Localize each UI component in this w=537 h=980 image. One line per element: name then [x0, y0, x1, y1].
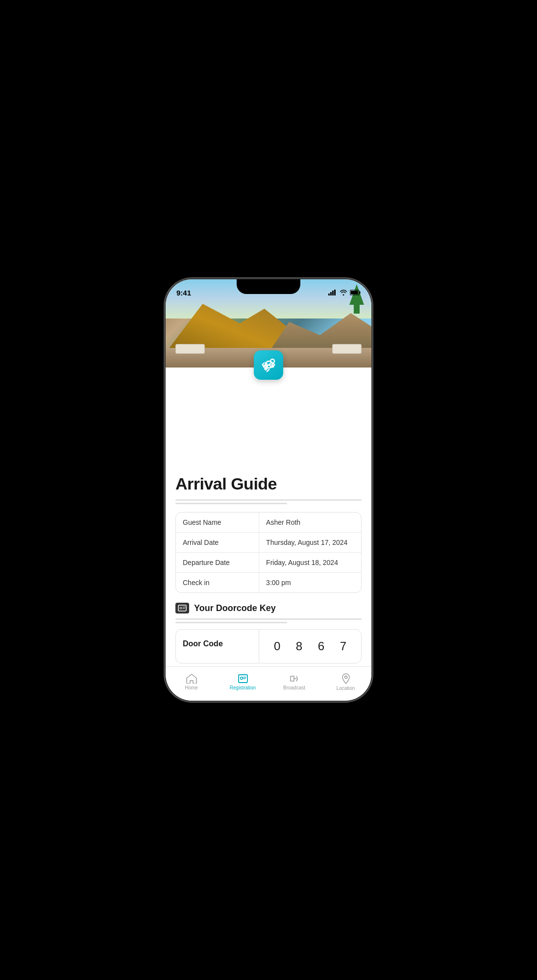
registration-icon [238, 674, 248, 684]
arrival-date-value: Thursday, August 17, 2024 [259, 533, 361, 552]
svg-line-9 [267, 369, 269, 371]
towels-right [332, 344, 362, 354]
app-icon-container [254, 350, 283, 380]
notch [237, 279, 300, 294]
table-row: Check in 3:00 pm [176, 573, 361, 592]
checkin-value: 3:00 pm [259, 573, 361, 592]
doorcode-section-title: Your Doorcode Key [194, 603, 276, 613]
title-divider [166, 499, 371, 504]
svg-point-19 [180, 607, 182, 609]
home-icon [186, 674, 197, 684]
nav-item-registration[interactable]: Registration [217, 674, 268, 690]
location-icon [342, 673, 350, 684]
svg-rect-1 [330, 292, 332, 295]
nav-label-registration: Registration [230, 685, 256, 690]
bottom-nav: Home Registration [166, 666, 371, 701]
nav-label-home: Home [185, 685, 198, 690]
wifi-icon [340, 290, 347, 295]
app-icon [254, 350, 283, 380]
guest-name-label: Guest Name [176, 513, 259, 532]
checkin-label: Check in [176, 573, 259, 592]
page-title: Arrival Guide [166, 470, 371, 499]
svg-rect-0 [328, 294, 330, 295]
svg-rect-18 [178, 605, 186, 611]
phone-frame: 9:41 [166, 279, 371, 701]
keys-icon [260, 356, 277, 374]
svg-point-30 [344, 676, 347, 678]
guest-name-value: Asher Roth [259, 513, 361, 532]
door-code-label: Door Code [176, 630, 259, 663]
phone-inner: 9:41 [166, 279, 371, 701]
table-row: Arrival Date Thursday, August 17, 2024 [176, 533, 361, 553]
doorcode-divider [166, 618, 371, 623]
doorcode-header: Your Doorcode Key [166, 603, 371, 618]
guest-info-table: Guest Name Asher Roth Arrival Date Thurs… [175, 512, 362, 593]
nav-item-home[interactable]: Home [166, 674, 217, 690]
digit-2: 6 [318, 639, 324, 653]
arrival-date-label: Arrival Date [176, 533, 259, 552]
svg-rect-3 [334, 290, 336, 295]
digit-1: 8 [296, 639, 302, 653]
door-code-box: Door Code 0 8 6 7 [175, 629, 362, 663]
svg-point-25 [240, 677, 243, 679]
svg-rect-5 [360, 292, 361, 294]
svg-rect-2 [332, 291, 334, 295]
signal-icon [328, 290, 337, 295]
digit-0: 0 [274, 639, 280, 653]
nav-item-location[interactable]: Location [320, 673, 371, 691]
nav-item-broadcast[interactable]: Broadcast [268, 674, 320, 690]
departure-date-label: Departure Date [176, 553, 259, 572]
nav-label-broadcast: Broadcast [283, 685, 305, 690]
scroll-content[interactable]: Arrival Guide Guest Name Asher Roth Arri… [166, 279, 371, 666]
departure-date-value: Friday, August 18, 2024 [259, 553, 361, 572]
nav-label-location: Location [337, 686, 355, 691]
door-code-digits: 0 8 6 7 [259, 630, 361, 663]
svg-rect-6 [351, 291, 358, 294]
svg-marker-28 [291, 676, 294, 681]
status-icons [328, 290, 361, 295]
broadcast-icon [289, 674, 300, 684]
battery-icon [350, 290, 361, 295]
content-area: Arrival Guide Guest Name Asher Roth Arri… [166, 368, 371, 666]
table-row: Guest Name Asher Roth [176, 513, 361, 533]
digit-3: 7 [340, 639, 346, 653]
towels-left [175, 344, 205, 354]
status-time: 9:41 [176, 289, 191, 297]
table-row: Departure Date Friday, August 18, 2024 [176, 553, 361, 573]
id-card-icon [178, 605, 187, 612]
doorcode-icon [175, 603, 189, 613]
